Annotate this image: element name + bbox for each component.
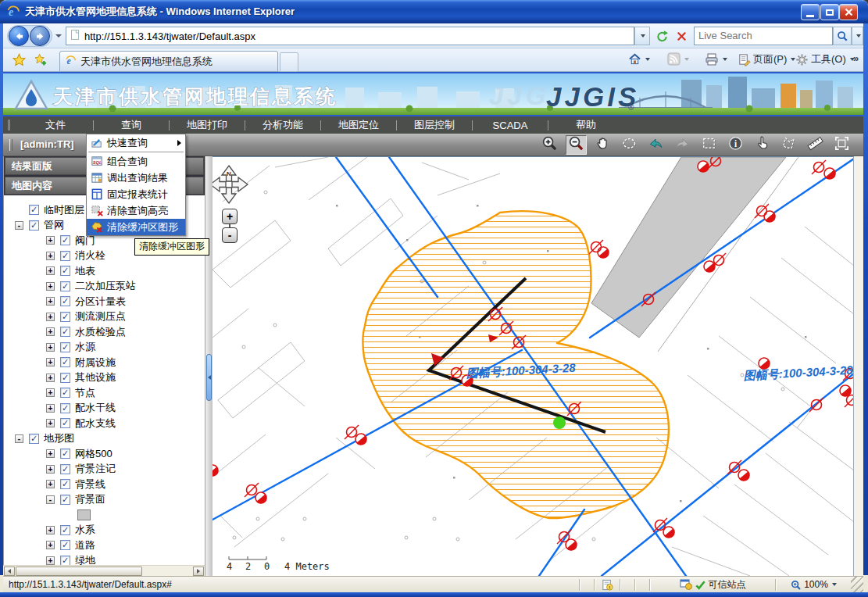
tree-item-17[interactable]: 背景注记 [4,462,205,477]
menubar-item-7[interactable]: 帮助 [548,118,623,132]
expand-plus-icon[interactable] [46,252,55,260]
node-symbol-icon[interactable] [809,398,823,412]
expand-plus-icon[interactable] [46,449,55,458]
tree-item-5[interactable]: 二次加压泵站 [4,279,205,295]
layer-label[interactable]: 其他设施 [75,370,116,384]
layer-label[interactable]: 网格500 [75,447,113,461]
layer-checkbox[interactable] [60,373,70,383]
redo-button[interactable] [672,135,693,155]
layer-checkbox[interactable] [29,434,39,444]
menubar-item-2[interactable]: 地图打印 [170,118,245,132]
valve-symbol-icon[interactable] [353,431,369,447]
tree-item-12[interactable]: 节点 [4,385,205,401]
menubar-item-5[interactable]: 图层控制 [397,118,472,132]
layer-checkbox[interactable] [29,205,39,215]
layer-label[interactable]: 附属设施 [75,356,116,370]
valve-symbol-icon[interactable] [595,245,611,260]
expand-plus-icon[interactable] [46,358,55,366]
tree-item-22[interactable]: 道路 [4,538,205,553]
node-symbol-icon[interactable] [712,253,726,267]
minimize-button[interactable] [801,4,820,20]
layer-checkbox[interactable] [60,281,70,291]
layer-checkbox[interactable] [60,525,70,535]
tree-item-20[interactable] [4,507,205,523]
forward-button[interactable] [30,26,50,46]
layer-label[interactable]: 地表 [75,264,95,278]
layer-label[interactable]: 背景注记 [75,462,116,476]
tree-item-8[interactable]: 水质检验点 [4,324,205,340]
overflow-chevron[interactable]: » [853,52,859,64]
add-favorite-icon[interactable] [34,53,48,70]
layer-checkbox[interactable] [60,388,70,398]
query-menu-item-4[interactable]: 清除查询高亮 [87,202,185,219]
expand-plus-icon[interactable] [46,327,55,336]
undo-button[interactable] [645,135,666,155]
tree-item-9[interactable]: 水源 [4,340,205,356]
history-dropdown-icon[interactable] [55,34,62,38]
url-input[interactable] [84,30,616,42]
map-viewport[interactable]: 图幅号:100-304-3-28 图幅号:100-304-3-28 N 4 2 [213,156,854,576]
layer-label[interactable]: 分区计量表 [75,295,126,309]
expand-plus-icon[interactable] [46,404,55,413]
layer-checkbox[interactable] [60,327,70,337]
menubar-item-0[interactable]: 文件 [18,118,93,132]
security-zone-indicator[interactable]: 可信站点 [650,577,775,592]
layer-label[interactable]: 背景面 [75,492,105,506]
layer-label[interactable]: 测流测压点 [75,309,126,324]
map-zoom-in-button[interactable]: + [222,209,238,224]
layer-label[interactable]: 绿地 [75,553,95,565]
menubar-item-1[interactable]: 查询 [94,118,169,132]
expand-plus-icon[interactable] [46,556,55,565]
query-menu-item-5[interactable]: 清除缓冲区图形 [87,219,185,235]
tree-item-15[interactable]: 地形图 [4,431,205,447]
zoom-in-button[interactable] [539,135,560,155]
query-menu-item-0[interactable]: 快速查询 [87,134,185,151]
maximize-button[interactable] [820,4,839,20]
layer-checkbox[interactable] [60,403,70,413]
expand-plus-icon[interactable] [46,282,55,291]
menubar-item-4[interactable]: 地图定位 [321,118,396,132]
layer-label[interactable]: 管网 [44,218,64,232]
layer-label[interactable]: 背景线 [75,477,105,492]
back-button[interactable] [9,26,29,46]
pan-compass-control[interactable]: N [213,166,248,203]
tree-item-18[interactable]: 背景线 [4,477,205,492]
favorites-star-icon[interactable] [13,53,26,70]
expand-plus-icon[interactable] [46,266,55,275]
layer-label[interactable]: 消火栓 [75,248,105,263]
feeds-button[interactable] [667,52,689,66]
scrollbar-thumb[interactable] [16,567,142,576]
layer-label[interactable]: 水源 [75,340,95,354]
layer-checkbox[interactable] [60,357,70,367]
expand-plus-icon[interactable] [46,343,55,352]
expand-plus-icon[interactable] [46,388,55,397]
menubar-item-3[interactable]: 分析功能 [245,118,320,132]
menubar-item-6[interactable]: SCADA [473,120,548,131]
layer-checkbox[interactable] [60,418,70,428]
layer-label[interactable]: 水系 [75,523,95,537]
layer-checkbox[interactable] [60,235,70,245]
layer-label[interactable]: 配水干线 [75,401,116,415]
expand-plus-icon[interactable] [46,419,55,427]
pan-button[interactable] [592,135,613,155]
layer-checkbox[interactable] [60,556,70,565]
layer-checkbox[interactable] [60,495,70,505]
valve-symbol-icon[interactable] [213,463,220,478]
layer-checkbox[interactable] [29,220,39,231]
query-menu-item-2[interactable]: 调出查询结果 [87,170,185,186]
address-bar[interactable] [66,27,634,45]
new-tab-stub[interactable] [280,52,298,72]
tree-item-4[interactable]: 地表 [4,263,205,279]
layer-checkbox[interactable] [60,449,70,459]
zoom-out-button[interactable] [566,135,587,155]
layer-label[interactable]: 临时图层 [44,203,84,217]
tree-item-23[interactable]: 绿地 [4,553,205,566]
refresh-button[interactable] [653,27,671,45]
layer-label[interactable]: 水质检验点 [75,325,126,339]
search-button[interactable] [833,27,852,45]
address-dropdown-button[interactable] [634,27,650,45]
collapse-minus-icon[interactable] [15,221,23,230]
full-extent-button[interactable] [831,135,852,155]
expand-plus-icon[interactable] [46,236,55,245]
expand-plus-icon[interactable] [46,480,55,488]
